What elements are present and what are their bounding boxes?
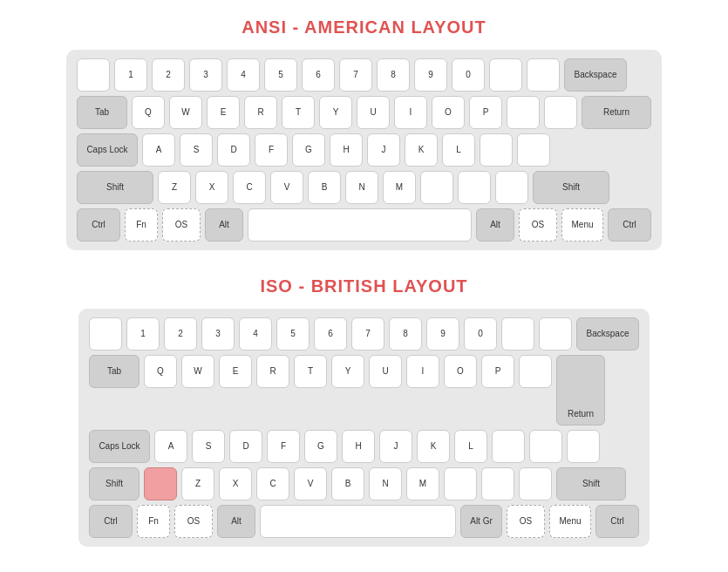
iso-key-space[interactable]: [260, 505, 456, 538]
key-a[interactable]: A: [142, 133, 175, 167]
iso-key-8[interactable]: 8: [389, 317, 422, 351]
key-os-right[interactable]: OS: [519, 208, 557, 242]
key-backspace[interactable]: Backspace: [564, 58, 627, 92]
key-0[interactable]: 0: [452, 58, 485, 92]
iso-key-7[interactable]: 7: [351, 317, 384, 351]
key-9[interactable]: 9: [414, 58, 447, 92]
key-m[interactable]: M: [383, 171, 416, 204]
key-i[interactable]: I: [394, 96, 427, 129]
iso-key-period[interactable]: [481, 467, 514, 500]
iso-key-hash[interactable]: [567, 430, 600, 463]
iso-key-w[interactable]: W: [181, 355, 214, 388]
key-os-left[interactable]: OS: [162, 208, 201, 242]
iso-key-c[interactable]: C: [256, 467, 289, 500]
key-q[interactable]: Q: [132, 96, 165, 129]
iso-key-u[interactable]: U: [369, 355, 402, 388]
iso-key-9[interactable]: 9: [426, 317, 459, 351]
iso-key-m[interactable]: M: [406, 467, 439, 500]
iso-key-alt-left[interactable]: Alt: [217, 505, 255, 538]
iso-key-5[interactable]: 5: [276, 317, 310, 351]
iso-key-3[interactable]: 3: [201, 317, 235, 351]
iso-key-n[interactable]: N: [369, 467, 402, 500]
key-1[interactable]: 1: [114, 58, 147, 92]
key-ctrl-right[interactable]: Ctrl: [608, 208, 651, 242]
iso-key-d[interactable]: D: [229, 430, 262, 463]
key-p[interactable]: P: [469, 96, 502, 129]
key-y[interactable]: Y: [319, 96, 352, 129]
iso-key-a[interactable]: A: [154, 430, 187, 463]
iso-key-ctrl-right[interactable]: Ctrl: [595, 505, 639, 538]
iso-key-semicolon[interactable]: [492, 430, 525, 463]
iso-key-y[interactable]: Y: [331, 355, 364, 388]
iso-key-i[interactable]: I: [406, 355, 439, 388]
key-alt-left[interactable]: Alt: [205, 208, 243, 242]
key-slash[interactable]: [495, 171, 528, 204]
key-r[interactable]: R: [244, 96, 277, 129]
iso-key-fn[interactable]: Fn: [137, 505, 170, 538]
key-comma[interactable]: [420, 171, 453, 204]
iso-key-e[interactable]: E: [219, 355, 252, 388]
iso-key-menu[interactable]: Menu: [549, 505, 591, 538]
key-7[interactable]: 7: [339, 58, 372, 92]
iso-key-j[interactable]: J: [379, 430, 412, 463]
iso-key-os-left[interactable]: OS: [174, 505, 213, 538]
iso-key-1[interactable]: 1: [126, 317, 160, 351]
key-x[interactable]: X: [195, 171, 228, 204]
key-6[interactable]: 6: [302, 58, 335, 92]
iso-key-o[interactable]: O: [444, 355, 477, 388]
iso-key-0[interactable]: 0: [464, 317, 497, 351]
iso-key-ctrl-left[interactable]: Ctrl: [89, 505, 133, 538]
iso-key-4[interactable]: 4: [239, 317, 272, 351]
key-3[interactable]: 3: [189, 58, 222, 92]
key-ctrl-left[interactable]: Ctrl: [77, 208, 120, 242]
iso-key-os-right[interactable]: OS: [507, 505, 545, 538]
key-t[interactable]: T: [282, 96, 315, 129]
key-j[interactable]: J: [367, 133, 400, 167]
iso-key-quote[interactable]: [529, 430, 562, 463]
key-return[interactable]: Return: [582, 96, 651, 129]
key-e[interactable]: E: [207, 96, 240, 129]
iso-key-g[interactable]: G: [304, 430, 337, 463]
key-space[interactable]: [248, 208, 472, 242]
iso-key-k[interactable]: K: [417, 430, 450, 463]
iso-key-lbracket[interactable]: [519, 355, 552, 388]
key-o[interactable]: O: [432, 96, 465, 129]
key-5[interactable]: 5: [264, 58, 297, 92]
iso-key-comma[interactable]: [444, 467, 477, 500]
iso-key-b[interactable]: B: [331, 467, 364, 500]
key-tab[interactable]: Tab: [77, 96, 127, 129]
iso-key-f[interactable]: F: [267, 430, 300, 463]
key-l[interactable]: L: [442, 133, 475, 167]
iso-key-v[interactable]: V: [294, 467, 327, 500]
iso-key-q[interactable]: Q: [144, 355, 177, 388]
iso-key-capslock[interactable]: Caps Lock: [89, 430, 150, 463]
key-shift-left[interactable]: Shift: [77, 171, 153, 204]
key-menu[interactable]: Menu: [561, 208, 603, 242]
key-fn[interactable]: Fn: [125, 208, 158, 242]
iso-key-r[interactable]: R: [256, 355, 289, 388]
key-shift-right[interactable]: Shift: [533, 171, 609, 204]
key-g[interactable]: G: [292, 133, 325, 167]
key-rbracket[interactable]: [544, 96, 577, 129]
iso-key-s[interactable]: S: [192, 430, 225, 463]
iso-key-x[interactable]: X: [219, 467, 252, 500]
key-f[interactable]: F: [255, 133, 288, 167]
key-lbracket[interactable]: [507, 96, 540, 129]
key-u[interactable]: U: [357, 96, 390, 129]
key-w[interactable]: W: [169, 96, 202, 129]
key-tilde[interactable]: [77, 58, 110, 92]
iso-key-return[interactable]: Return: [556, 355, 605, 426]
key-z[interactable]: Z: [158, 171, 191, 204]
iso-key-h[interactable]: H: [342, 430, 375, 463]
iso-key-2[interactable]: 2: [164, 317, 197, 351]
iso-key-z[interactable]: Z: [181, 467, 214, 500]
key-8[interactable]: 8: [377, 58, 410, 92]
iso-key-t[interactable]: T: [294, 355, 327, 388]
key-capslock[interactable]: Caps Lock: [77, 133, 138, 167]
iso-key-tilde[interactable]: [89, 317, 122, 351]
key-4[interactable]: 4: [227, 58, 260, 92]
key-s[interactable]: S: [180, 133, 213, 167]
iso-key-slash[interactable]: [519, 467, 552, 500]
iso-key-equals[interactable]: [539, 317, 572, 351]
key-minus[interactable]: [489, 58, 522, 92]
